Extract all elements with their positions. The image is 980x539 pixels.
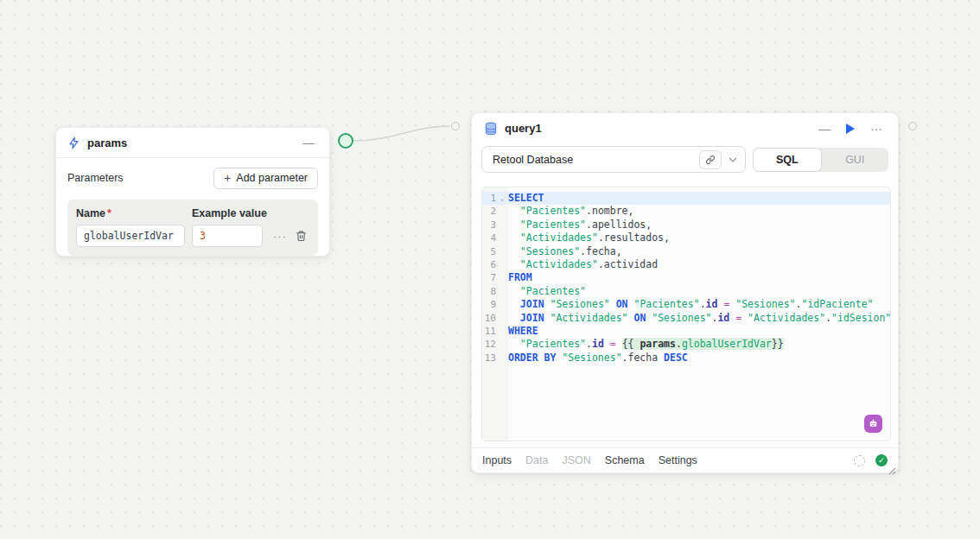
query-mode-switch: SQL GUI — [753, 148, 888, 172]
code-line[interactable]: 6 "Actividades".actividad — [482, 258, 890, 271]
sync-status-icon — [854, 455, 865, 466]
resize-handle[interactable] — [888, 463, 896, 471]
success-check-icon: ✓ — [875, 454, 888, 466]
query-more-button[interactable]: ··· — [867, 121, 886, 136]
code-line[interactable]: 12 "Pacientes".id = {{ params.globalUser… — [482, 338, 890, 351]
params-node-header[interactable]: params — — [56, 128, 329, 157]
query-input-port[interactable] — [451, 122, 460, 130]
footer-tab-data[interactable]: Data — [525, 454, 548, 466]
code-line[interactable]: 11WHERE — [482, 325, 890, 338]
parameter-name-input[interactable] — [76, 225, 185, 247]
params-output-port[interactable] — [338, 133, 353, 149]
query-node-title: query1 — [505, 122, 815, 135]
query-footer: Inputs Data JSON Schema Settings ✓ — [472, 447, 898, 472]
code-line[interactable]: 9 JOIN "Sesiones" ON "Pacientes".id = "S… — [482, 298, 890, 311]
play-icon — [846, 124, 855, 134]
footer-tab-settings[interactable]: Settings — [659, 454, 697, 466]
example-value-label: Example value — [192, 207, 267, 219]
add-parameter-button[interactable]: + Add parameter — [213, 168, 318, 189]
resource-link-button[interactable] — [699, 150, 722, 169]
query-minimize-button[interactable]: — — [815, 121, 834, 136]
parameter-card: Name* Example value ··· — [67, 200, 318, 256]
code-line[interactable]: 8 "Pacientes" — [482, 285, 890, 298]
add-parameter-label: Add parameter — [236, 172, 308, 184]
code-line[interactable]: 7FROM — [482, 271, 890, 284]
footer-tab-json[interactable]: JSON — [562, 454, 590, 466]
params-node-title: params — [87, 136, 299, 149]
footer-tab-inputs[interactable]: Inputs — [482, 454, 512, 466]
query-output-port[interactable] — [908, 122, 917, 130]
database-icon — [484, 122, 498, 136]
chevron-down-icon[interactable] — [728, 155, 738, 165]
query-node-header[interactable]: query1 — ··· — [472, 113, 898, 143]
code-line[interactable]: 3 "Pacientes".apellidos, — [482, 219, 890, 231]
robot-icon — [868, 418, 879, 429]
name-label: Name* — [76, 207, 192, 219]
code-line[interactable]: 5 "Sesiones".fecha, — [482, 245, 890, 258]
delete-parameter-button[interactable] — [296, 230, 307, 242]
ai-assistant-button[interactable] — [864, 415, 882, 433]
plus-icon: + — [224, 172, 231, 184]
query-node[interactable]: query1 — ··· Retool Database SQL GUI 1⌄S… — [471, 112, 899, 473]
code-line[interactable]: 10 JOIN "Actividades" ON "Sesiones".id =… — [482, 312, 890, 325]
link-icon — [705, 155, 716, 165]
code-line[interactable]: 4 "Actividades".resultados, — [482, 231, 890, 244]
params-node[interactable]: params — Parameters + Add parameter Name… — [55, 127, 330, 257]
parameter-more-button[interactable]: ··· — [273, 230, 287, 243]
footer-tab-schema[interactable]: Schema — [605, 454, 645, 466]
code-line[interactable]: 1⌄SELECT — [482, 192, 890, 205]
sql-editor-lines: 1⌄SELECT2 "Pacientes".nombre,3 "Paciente… — [482, 187, 890, 365]
tab-sql[interactable]: SQL — [753, 148, 822, 172]
resource-selector[interactable]: Retool Database — [481, 146, 746, 173]
trash-icon — [296, 230, 307, 242]
required-asterisk: * — [107, 207, 111, 219]
run-query-button[interactable] — [846, 124, 855, 134]
params-minimize-button[interactable]: — — [299, 135, 318, 150]
parameter-example-input[interactable] — [192, 225, 263, 247]
bolt-icon — [67, 136, 80, 149]
code-line[interactable]: 2 "Pacientes".nombre, — [482, 205, 890, 218]
sql-editor[interactable]: 1⌄SELECT2 "Pacientes".nombre,3 "Paciente… — [481, 187, 891, 441]
parameters-section-label: Parameters — [67, 172, 124, 184]
code-line[interactable]: 13ORDER BY "Sesiones".fecha DESC — [482, 352, 890, 365]
resource-selected-label: Retool Database — [493, 154, 699, 166]
tab-gui[interactable]: GUI — [822, 148, 889, 172]
